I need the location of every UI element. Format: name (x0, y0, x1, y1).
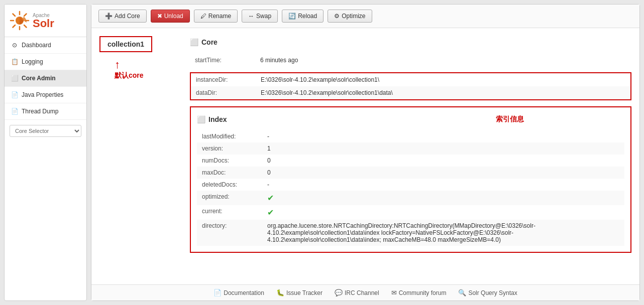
rename-label: Rename (208, 13, 231, 20)
current-value: ✔ (262, 205, 624, 220)
documentation-icon: 📄 (213, 289, 222, 296)
version-value: 1 (262, 142, 624, 155)
unload-icon: ✖ (157, 13, 162, 20)
dashboard-icon: ⊙ (11, 41, 19, 49)
nav-menu: ⊙ Dashboard 📋 Logging ⬜ Core Admin (5, 37, 86, 120)
rename-button[interactable]: 🖊 Rename (194, 10, 238, 23)
solr-label: Solr (33, 18, 54, 29)
logo-area: Apache Solr (5, 5, 86, 37)
irc-channel-link[interactable]: 💬 IRC Channel (335, 289, 379, 296)
index-section: ⬜ Index 索引信息 lastModified: - (190, 106, 631, 253)
nav-item-java-properties[interactable]: 📄 Java Properties (5, 87, 86, 103)
index-annotation: 索引信息 (496, 115, 524, 124)
max-doc-value: 0 (262, 167, 624, 179)
arrow-annotation: ↑ 默认core (99, 58, 180, 80)
documentation-link[interactable]: 📄 Documentation (213, 289, 264, 296)
reload-label: Reload (298, 13, 317, 20)
default-core-annotation: 默认core (115, 71, 144, 80)
nav-dashboard-label: Dashboard (22, 42, 51, 49)
nav-java-props-label: Java Properties (22, 91, 63, 98)
last-modified-label: lastModified: (197, 130, 262, 142)
core-selector-dropdown[interactable]: Core Selector collection1 (10, 125, 81, 137)
unload-button[interactable]: ✖ Unload (151, 10, 190, 23)
community-forum-link[interactable]: ✉ Community forum (391, 289, 447, 296)
core-section-title: ⬜ Core (190, 36, 631, 48)
core-panel-right: ⬜ Core startTime: 6 minutes ago (190, 36, 631, 253)
version-row: version: 1 (197, 142, 624, 155)
core-admin-icon: ⬜ (11, 74, 19, 82)
nav-item-core-admin[interactable]: ⬜ Core Admin (5, 70, 86, 87)
deleted-docs-value: - (262, 179, 624, 191)
num-docs-row: numDocs: 0 (197, 155, 624, 167)
current-label: current: (197, 205, 262, 220)
start-time-value: 6 minutes ago (255, 54, 631, 66)
swap-button[interactable]: ↔ Swap (242, 10, 278, 23)
nav-thread-dump-label: Thread Dump (22, 108, 58, 115)
thread-dump-icon: 📄 (11, 107, 19, 115)
logo-text: Apache Solr (33, 13, 54, 29)
logging-icon: 📋 (11, 58, 19, 66)
directory-value: org.apache.lucene.store.NRTCachingDirect… (262, 220, 624, 246)
content-body: collection1 ↑ 默认core ⬜ Core (99, 36, 631, 253)
solr-logo-icon (10, 11, 30, 31)
optimized-value: ✔ (262, 191, 624, 205)
issue-tracker-icon: 🐛 (276, 289, 284, 296)
swap-icon: ↔ (248, 13, 254, 20)
nav-item-logging[interactable]: 📋 Logging (5, 54, 86, 70)
sidebar: Apache Solr ⊙ Dashboard 📋 Logging (4, 4, 87, 301)
optimized-label: optimized: (197, 191, 262, 205)
optimize-label: Optimize (342, 13, 365, 20)
content-area: collection1 ↑ 默认core ⬜ Core (91, 28, 639, 284)
max-doc-label: maxDoc: (197, 167, 262, 179)
index-section-title: ⬜ Index (197, 113, 227, 125)
reload-icon: 🔄 (288, 13, 296, 20)
svg-line-8 (13, 25, 16, 28)
deleted-docs-row: deletedDocs: - (197, 179, 624, 191)
nav-item-dashboard[interactable]: ⊙ Dashboard (5, 37, 86, 54)
community-forum-label: Community forum (399, 289, 447, 296)
svg-line-7 (24, 14, 27, 17)
toolbar: ➕ Add Core ✖ Unload 🖊 Rename ↔ Swap 🔄 (91, 5, 639, 28)
up-arrow-icon: ↑ (115, 58, 120, 71)
add-core-label: Add Core (115, 13, 140, 20)
core-name-badge: collection1 (99, 36, 152, 52)
core-name-text: collection1 (108, 40, 144, 48)
reload-button[interactable]: 🔄 Reload (282, 10, 324, 23)
index-section-icon: ⬜ (197, 115, 205, 123)
optimized-row: optimized: ✔ (197, 191, 624, 205)
add-core-button[interactable]: ➕ Add Core (98, 10, 147, 23)
issue-tracker-link[interactable]: 🐛 Issue Tracker (276, 289, 323, 296)
svg-line-6 (24, 25, 27, 28)
irc-icon: 💬 (335, 289, 343, 296)
start-time-row: startTime: 6 minutes ago (190, 54, 631, 66)
main-content: ➕ Add Core ✖ Unload 🖊 Rename ↔ Swap 🔄 (91, 4, 640, 301)
instance-dir-value: E:\0326\solr-4.10.2\example\solr\collect… (256, 73, 631, 86)
footer: 📄 Documentation 🐛 Issue Tracker 💬 IRC Ch… (91, 284, 639, 300)
core-selector-left: collection1 ↑ 默认core (99, 36, 180, 80)
data-dir-value: E:\0326\solr-4.10.2\example\solr\collect… (256, 86, 631, 100)
num-docs-label: numDocs: (197, 155, 262, 167)
version-label: version: (197, 142, 262, 155)
documentation-label: Documentation (224, 289, 264, 296)
issue-tracker-label: Issue Tracker (286, 289, 323, 296)
optimize-button[interactable]: ⚙ Optimize (328, 10, 372, 23)
data-dir-row: dataDir: E:\0326\solr-4.10.2\example\sol… (190, 86, 631, 100)
current-row: current: ✔ (197, 205, 624, 220)
core-section-label: Core (201, 38, 218, 46)
highlighted-info-table: instanceDir: E:\0326\solr-4.10.2\example… (190, 72, 631, 100)
irc-channel-label: IRC Channel (345, 289, 379, 296)
core-info-table: startTime: 6 minutes ago (190, 54, 631, 66)
svg-line-5 (13, 14, 16, 17)
optimized-check-icon: ✔ (267, 194, 274, 202)
community-forum-icon: ✉ (391, 289, 397, 296)
index-info-table: lastModified: - version: 1 numDocs: (197, 130, 624, 246)
directory-row: directory: org.apache.lucene.store.NRTCa… (197, 220, 624, 246)
last-modified-row: lastModified: - (197, 130, 624, 142)
current-check-icon: ✔ (267, 208, 274, 217)
instance-dir-label: instanceDir: (190, 73, 256, 86)
last-modified-value: - (262, 130, 624, 142)
nav-item-thread-dump[interactable]: 📄 Thread Dump (5, 103, 86, 120)
directory-label: directory: (197, 220, 262, 246)
solr-query-syntax-link[interactable]: 🔍 Solr Query Syntax (458, 289, 517, 296)
main-layout: Apache Solr ⊙ Dashboard 📋 Logging (0, 0, 644, 305)
